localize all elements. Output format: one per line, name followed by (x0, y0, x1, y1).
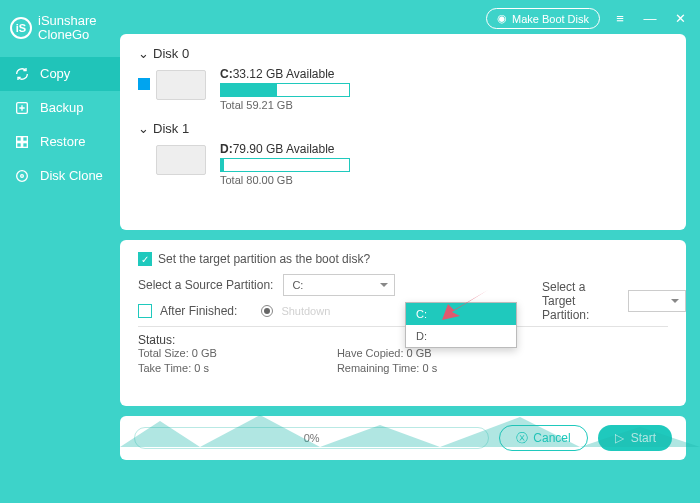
disk-icon (14, 168, 30, 184)
svg-rect-2 (23, 136, 28, 141)
cancel-button[interactable]: ⓧ Cancel (499, 425, 587, 451)
select-value: C: (292, 279, 303, 291)
disk-title: Disk 1 (153, 121, 189, 136)
nav-label: Restore (40, 134, 86, 149)
nav-backup[interactable]: Backup (0, 91, 120, 125)
usage-bar (220, 158, 350, 172)
source-label: Select a Source Partition: (138, 278, 273, 292)
status-have-copied: Have Copied: 0 GB (337, 347, 437, 359)
dropdown-item[interactable]: C: (406, 303, 516, 325)
source-partition-select[interactable]: C: (283, 274, 395, 296)
titlebar: ◉ Make Boot Disk ≡ — ✕ (486, 8, 690, 29)
nav-label: Copy (40, 66, 70, 81)
drive-label: C:33.12 GB Available (220, 67, 350, 81)
after-finished-checkbox[interactable] (138, 304, 152, 318)
minimize-icon: — (644, 11, 657, 26)
make-boot-disk-button[interactable]: ◉ Make Boot Disk (486, 8, 600, 29)
cancel-icon: ⓧ (516, 432, 528, 444)
radio-label: Shutdown (281, 305, 333, 317)
svg-rect-3 (17, 142, 22, 147)
usage-bar (220, 83, 350, 97)
svg-rect-1 (17, 136, 22, 141)
nav-label: Disk Clone (40, 168, 103, 183)
drive-total: Total 59.21 GB (220, 99, 350, 111)
grid-icon (14, 134, 30, 150)
close-button[interactable]: ✕ (670, 9, 690, 29)
drive-label: D:79.90 GB Available (220, 142, 350, 156)
disk-row: C:33.12 GB Available Total 59.21 GB (156, 67, 668, 111)
svg-point-6 (21, 174, 24, 177)
progress-bar: 0% (134, 427, 489, 449)
disk-small-icon: ◉ (497, 12, 507, 25)
brand: iS iSunshare CloneGo (0, 8, 120, 57)
close-icon: ✕ (675, 11, 686, 26)
disk-title: Disk 0 (153, 46, 189, 61)
sidebar: iS iSunshare CloneGo Copy Backup Restore… (0, 0, 120, 503)
disk-header[interactable]: ⌄ Disk 1 (138, 121, 668, 136)
status-head: Status: (138, 333, 668, 347)
disk-header[interactable]: ⌄ Disk 0 (138, 46, 668, 61)
target-partition-select[interactable] (628, 290, 686, 312)
nav-label: Backup (40, 100, 83, 115)
menu-button[interactable]: ≡ (610, 9, 630, 29)
shutdown-radio[interactable] (261, 305, 273, 317)
button-label: Make Boot Disk (512, 13, 589, 25)
play-icon: ▷ (614, 432, 626, 444)
button-label: Cancel (533, 431, 570, 445)
progress-value: 0% (304, 432, 320, 444)
status-remaining: Remaining Time: 0 s (337, 362, 437, 374)
main: ⌄ Disk 0 C:33.12 GB Available Total 59.2… (120, 0, 700, 503)
boot-disk-label: Set the target partition as the boot dis… (158, 252, 370, 266)
svg-rect-4 (23, 142, 28, 147)
status-total-size: Total Size: 0 GB (138, 347, 217, 359)
drive-image-icon (156, 70, 206, 100)
divider (138, 326, 668, 327)
brand-name: iSunshare CloneGo (38, 14, 97, 43)
nav-disk-clone[interactable]: Disk Clone (0, 159, 120, 193)
hamburger-icon: ≡ (616, 11, 624, 26)
button-label: Start (631, 431, 656, 445)
after-finished-label: After Finished: (160, 304, 237, 318)
sync-icon (14, 66, 30, 82)
nav-restore[interactable]: Restore (0, 125, 120, 159)
target-label: Select a Target Partition: (542, 280, 622, 322)
nav-copy[interactable]: Copy (0, 57, 120, 91)
plus-box-icon (14, 100, 30, 116)
chevron-down-icon: ⌄ (138, 46, 149, 61)
drive-image-icon (156, 145, 206, 175)
drive-total: Total 80.00 GB (220, 174, 350, 186)
boot-disk-checkbox[interactable]: ✓ (138, 252, 152, 266)
minimize-button[interactable]: — (640, 9, 660, 29)
status-take-time: Take Time: 0 s (138, 362, 217, 374)
disk-row: D:79.90 GB Available Total 80.00 GB (156, 142, 668, 186)
start-button[interactable]: ▷ Start (598, 425, 672, 451)
disks-panel: ⌄ Disk 0 C:33.12 GB Available Total 59.2… (120, 34, 686, 230)
chevron-down-icon: ⌄ (138, 121, 149, 136)
footer-panel: 0% ⓧ Cancel ▷ Start (120, 416, 686, 460)
brand-logo-icon: iS (10, 17, 32, 39)
dropdown-item[interactable]: D: (406, 325, 516, 347)
source-dropdown: C: D: (405, 302, 517, 348)
svg-point-5 (17, 170, 28, 181)
options-panel: ✓ Set the target partition as the boot d… (120, 240, 686, 406)
